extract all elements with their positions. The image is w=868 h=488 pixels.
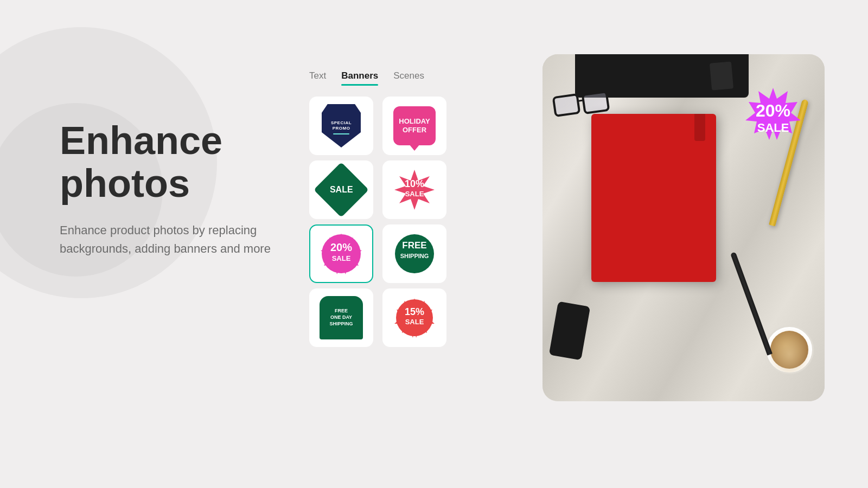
banner-item-15-sale[interactable]: 15% SALE [382, 288, 446, 347]
free-shipping-badge: FREE SHIPPING [393, 232, 436, 275]
svg-text:SALE: SALE [405, 318, 424, 326]
svg-text:20%: 20% [756, 101, 790, 120]
coffee-cup [765, 325, 814, 374]
svg-text:10%: 10% [405, 178, 424, 189]
floating-badge-svg: 20% SALE [738, 86, 808, 156]
banner-item-20-sale[interactable]: 20% SALE [309, 224, 373, 283]
starburst-10-badge: 10% SALE [393, 169, 436, 211]
center-panel: Text Banners Scenes SPECIALPROMO HOLIDAY… [309, 70, 450, 347]
banner-grid: SPECIALPROMO HOLIDAYOFFER SALE 10% SALE [309, 97, 450, 347]
coffee-latte-art [767, 327, 812, 373]
tab-text[interactable]: Text [309, 70, 326, 85]
floating-sale-badge: 20% SALE [738, 86, 808, 158]
subtitle: Enhance product photos by replacing back… [60, 221, 293, 258]
notebook-tab [694, 114, 705, 141]
svg-text:SALE: SALE [405, 190, 424, 198]
svg-text:SALE: SALE [332, 254, 351, 262]
starburst-15-badge: 15% SALE [393, 297, 436, 339]
shield-badge: SPECIALPROMO [322, 104, 361, 147]
banner-item-holiday-offer[interactable]: HOLIDAYOFFER [382, 97, 446, 155]
svg-text:15%: 15% [405, 306, 424, 317]
tab-banners[interactable]: Banners [341, 70, 378, 85]
diamond-badge: SALE [314, 162, 369, 217]
svg-text:20%: 20% [330, 241, 352, 253]
hero-section: Enhance photos Enhance product photos by… [60, 119, 293, 259]
banner-item-special-promo[interactable]: SPECIALPROMO [309, 97, 373, 155]
svg-text:SALE: SALE [757, 121, 789, 134]
coffee-liquid [770, 331, 808, 369]
svg-text:SHIPPING: SHIPPING [400, 253, 429, 259]
svg-text:FREE: FREE [402, 240, 426, 251]
banner-item-free-one-day[interactable]: FREEONE DAYSHIPPING [309, 288, 373, 347]
burst-20-badge: 20% SALE [320, 232, 363, 275]
bubble-badge: HOLIDAYOFFER [393, 106, 436, 145]
arch-badge: FREEONE DAYSHIPPING [320, 296, 363, 339]
tab-scenes[interactable]: Scenes [393, 70, 424, 85]
tabs-container: Text Banners Scenes [309, 70, 450, 87]
banner-item-free-shipping[interactable]: FREE SHIPPING [382, 224, 446, 283]
banner-item-10-sale[interactable]: 10% SALE [382, 160, 446, 219]
main-title: Enhance photos [60, 119, 293, 205]
banner-item-sale-diamond[interactable]: SALE [309, 160, 373, 219]
red-notebook [591, 114, 716, 282]
